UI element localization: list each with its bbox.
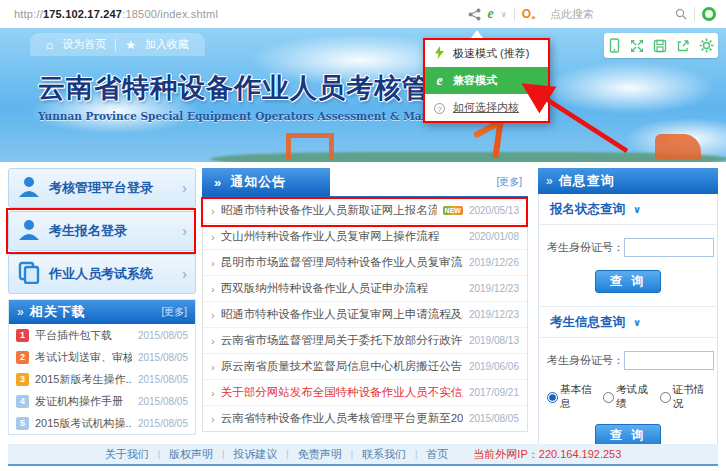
download-item[interactable]: 3 2015新版考生操作... 2015/08/05	[9, 368, 195, 390]
kernel-mode-chevron-icon[interactable]: ∨	[501, 10, 507, 19]
downloads-header: » 相关下载 [更多]	[9, 300, 195, 324]
download-date: 2015/08/05	[138, 418, 188, 429]
notice-item[interactable]: › 云南省市场监督管理局关于委托下放部分行政许可... 2019/08/13	[203, 328, 527, 354]
browser-menu-icon[interactable]	[702, 7, 716, 21]
chevron-down-icon: ∨	[633, 204, 641, 215]
rank-badge: 5	[16, 417, 29, 430]
notice-item[interactable]: › 云南省特种设备作业人员考核管理平台更新至20... 2015/08/05	[203, 406, 527, 431]
notice-item[interactable]: › 西双版纳州特种设备作业人员证申办流程 2019/12/23	[203, 276, 527, 302]
search-engine-logo[interactable]: O。	[522, 6, 543, 23]
signup-status-query-toggle[interactable]: 报名状态查询 ∨	[539, 194, 717, 225]
fullscreen-icon[interactable]	[630, 39, 644, 53]
download-item[interactable]: 4 发证机构操作手册 2015/08/05	[9, 390, 195, 412]
url-text[interactable]: http://175.102.17.247:18500/index.shtml	[14, 8, 218, 20]
radio-input[interactable]	[547, 392, 558, 403]
notice-date: 2019/12/26	[469, 257, 519, 268]
search-icon[interactable]	[675, 8, 687, 20]
divider: |	[415, 449, 417, 459]
id-number-label: 考生身份证号：	[547, 240, 624, 255]
bullet-icon: ›	[211, 413, 215, 425]
sidebar-item-candidate-signup-login[interactable]: 考生报名登录 ›	[8, 211, 196, 251]
candidate-info-query-toggle[interactable]: 考生信息查询 ∨	[539, 307, 717, 338]
notice-item[interactable]: › 昭通市特种设备作业人员证复审网上申请流程及相... 2019/12/23	[203, 302, 527, 328]
footer-link-contact[interactable]: 联系我们	[362, 447, 406, 462]
download-item[interactable]: 1 平台插件包下载 2015/08/05	[9, 324, 195, 346]
notice-item[interactable]: › 昆明市市场监督管理局特种设备作业人员复审流程... 2019/12/26	[203, 250, 527, 276]
cloud-graphic	[545, 62, 715, 114]
signup-status-form: 考生身份证号： 查 询	[539, 225, 717, 307]
settings-gear-icon[interactable]	[699, 38, 714, 53]
status-id-input[interactable]	[624, 238, 714, 257]
radio-input[interactable]	[660, 392, 671, 403]
notice-date: 2015/08/05	[469, 413, 519, 424]
set-home-link[interactable]: 设为首页	[62, 37, 106, 52]
notices-more-link[interactable]: [更多]	[496, 175, 528, 189]
mobile-icon[interactable]	[608, 38, 621, 54]
chevron-right-icon: ›	[182, 223, 187, 239]
home-icon: ⌂	[46, 38, 53, 52]
add-favorite-link[interactable]: 加入收藏	[145, 37, 189, 52]
downloads-title: 相关下载	[30, 303, 162, 321]
notice-date: 2019/12/23	[469, 283, 519, 294]
downloads-more-link[interactable]: [更多]	[161, 305, 187, 319]
footer-link-copyright[interactable]: 版权声明	[169, 447, 213, 462]
menu-item-speed-mode[interactable]: 极速模式 (推荐)	[425, 40, 548, 67]
footer-link-home[interactable]: 首页	[426, 447, 448, 462]
query-title: 信息查询	[559, 172, 710, 190]
notice-item[interactable]: › 文山州特种设备作业人员复审网上操作流程 2020/01/08	[203, 224, 527, 250]
info-id-input[interactable]	[624, 351, 714, 370]
footer-link-complaint[interactable]: 投诉建议	[233, 447, 277, 462]
divider	[514, 7, 515, 21]
notice-item[interactable]: › 关于部分网站发布全国特种设备作业人员不实信息... 2017/09/21	[203, 380, 527, 406]
section-title: 考生信息查询	[550, 314, 625, 331]
bullet-icon: ›	[211, 257, 215, 269]
browser-address-bar[interactable]: http://175.102.17.247:18500/index.shtml …	[0, 0, 726, 29]
notice-date: 2019/12/23	[469, 309, 519, 320]
notice-date: 2020/01/08	[469, 231, 519, 242]
notice-title: 原云南省质量技术监督局信息中心机房搬迁公告	[221, 359, 463, 374]
sidebar-item-exam-system[interactable]: 作业人员考试系统 ›	[8, 254, 196, 294]
chevron-right-icon: ›	[182, 180, 187, 196]
double-arrow-icon: »	[546, 174, 553, 188]
footer-link-about[interactable]: 关于我们	[105, 447, 149, 462]
notices-header: » 通知公告 [更多]	[202, 168, 528, 198]
status-query-button[interactable]: 查 询	[595, 270, 661, 293]
radio-exam-score[interactable]: 考试成绩	[603, 383, 652, 411]
radio-certificate[interactable]: 证书情况	[660, 383, 709, 411]
notice-title: 昆明市市场监督管理局特种设备作业人员复审流程...	[221, 255, 463, 270]
footer-link-disclaimer[interactable]: 免责声明	[298, 447, 342, 462]
share-page-icon[interactable]	[676, 39, 690, 53]
share-icon[interactable]	[468, 8, 481, 21]
menu-item-compat-mode[interactable]: e 兼容模式	[425, 67, 548, 94]
tab-notices[interactable]: » 通知公告	[202, 168, 330, 196]
radio-input[interactable]	[603, 392, 614, 403]
search-input[interactable]: 点此搜索	[550, 7, 668, 22]
notice-title-alert: 关于部分网站发布全国特种设备作业人员不实信息...	[221, 385, 463, 400]
download-title: 平台插件包下载	[35, 328, 132, 343]
bullet-icon: ›	[211, 361, 215, 373]
save-icon[interactable]	[653, 39, 667, 53]
radio-basic-info[interactable]: 基本信息	[547, 383, 596, 411]
quick-tabs: ⌂ 设为首页 ★ 加入收藏	[30, 33, 205, 56]
double-arrow-icon: »	[214, 175, 222, 190]
menu-item-kernel-help[interactable]: ? 如何选择内核	[425, 94, 548, 121]
documents-icon	[17, 261, 49, 288]
notice-date: 2019/08/13	[469, 335, 519, 346]
kernel-mode-menu: 极速模式 (推荐) e 兼容模式 ? 如何选择内核	[423, 38, 550, 123]
notice-title: 西双版纳州特种设备作业人员证申办流程	[221, 281, 428, 296]
question-icon: ?	[433, 102, 446, 114]
sidebar-item-label: 作业人员考试系统	[49, 265, 182, 283]
e-icon: e	[433, 74, 446, 88]
download-item[interactable]: 5 2015版考试机构操... 2015/08/05	[9, 412, 195, 434]
bullet-icon: ›	[211, 335, 215, 347]
download-item[interactable]: 2 考试计划送审、审核 ... 2015/08/05	[9, 346, 195, 368]
rank-badge: 4	[16, 395, 29, 408]
notice-item[interactable]: › 昭通市特种设备作业人员新取证网上报名流程 NEW 2020/05/13	[203, 198, 527, 224]
notice-item[interactable]: › 原云南省质量技术监督局信息中心机房搬迁公告 2019/06/06	[203, 354, 527, 380]
chevron-right-icon: ›	[182, 266, 187, 282]
kernel-mode-icon[interactable]: e	[488, 7, 494, 21]
sidebar-item-admin-login[interactable]: 考核管理平台登录 ›	[8, 168, 196, 208]
download-date: 2015/08/05	[138, 330, 188, 341]
notice-title: 昭通市特种设备作业人员新取证网上报名流程	[221, 203, 437, 218]
chevron-down-icon: ∨	[633, 317, 641, 328]
